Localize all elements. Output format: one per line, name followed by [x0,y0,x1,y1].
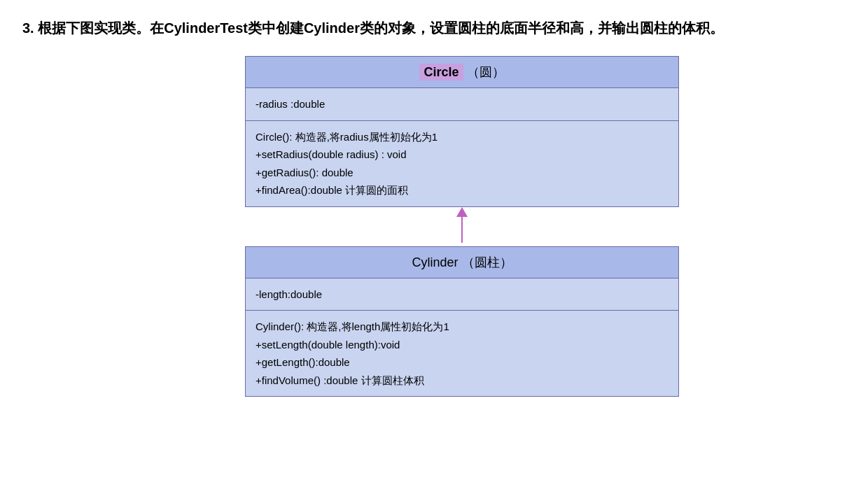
arrow-line-body [461,211,463,243]
cylinder-header-name: Cylinder [412,255,458,269]
cylinder-header-chinese-text: （圆柱） [462,255,512,269]
question-body: 根据下图实现类。在CylinderTest类中创建Cylinder类的对象，设置… [38,20,724,36]
circle-method-0: Circle(): 构造器,将radius属性初始化为1 [255,128,668,146]
circle-methods: Circle(): 构造器,将radius属性初始化为1 +setRadius(… [246,121,678,206]
circle-method-1: +setRadius(double radius) : void [255,146,668,164]
question-text: 3. 根据下图实现类。在CylinderTest类中创建Cylinder类的对象… [22,17,846,39]
cylinder-method-1: +setLength(double length):void [255,336,668,354]
cylinder-methods: Cylinder(): 构造器,将length属性初始化为1 +setLengt… [246,311,678,396]
circle-method-3: +findArea():double 计算圆的面积 [255,181,668,199]
diagram-container: Circle （圆） -radius :double Circle(): 构造器… [78,56,846,397]
circle-class-box: Circle （圆） -radius :double Circle(): 构造器… [245,56,679,207]
circle-attr-radius: -radius :double [255,95,668,113]
cylinder-attr-length: -length:double [255,285,668,304]
circle-header-chinese: （圆） [467,65,505,79]
cylinder-method-2: +getLength():double [255,353,668,372]
circle-name-highlight: Circle [419,64,463,80]
inheritance-arrow [245,207,679,246]
circle-header: Circle （圆） [246,57,678,88]
circle-method-2: +getRadius(): double [255,164,668,182]
circle-attributes: -radius :double [246,88,678,121]
cylinder-method-0: Cylinder(): 构造器,将length属性初始化为1 [255,318,668,336]
cylinder-class-box: Cylinder （圆柱） -length:double Cylinder():… [245,246,679,397]
cylinder-attributes: -length:double [246,278,678,311]
cylinder-method-3: +findVolume() :double 计算圆柱体积 [255,372,668,390]
cylinder-header: Cylinder （圆柱） [246,247,678,278]
question-number: 3. [22,20,34,36]
